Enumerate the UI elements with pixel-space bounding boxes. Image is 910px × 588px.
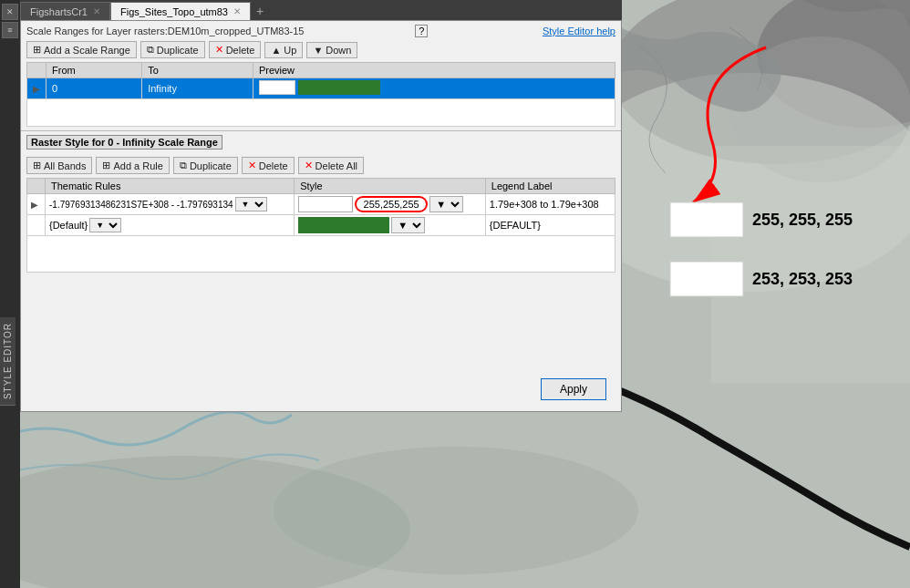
delete-scale-button[interactable]: ✕ Delete [209, 41, 262, 58]
style-value-dropdown-0[interactable]: ▼ [429, 196, 463, 212]
annotation-arrow-svg: 255, 255, 255 253, 253, 253 [620, 20, 910, 366]
tab-figs-charts-label: FigshartsCr1 [30, 6, 88, 17]
all-bands-icon: ⊞ [33, 160, 41, 171]
delete-rule-icon: ✕ [248, 160, 256, 171]
down-scale-button[interactable]: ▼ Down [306, 42, 357, 58]
style-cell-1: ▼ [298, 217, 481, 233]
thematic-legend-text-1: {DEFAULT} [490, 220, 541, 231]
row-to-0: Infinity [142, 78, 253, 99]
delete-scale-icon: ✕ [215, 44, 223, 56]
thematic-col-rules: Thematic Rules [46, 179, 295, 194]
svg-rect-9 [670, 202, 743, 237]
tab-bar: FigshartsCr1 ✕ Figs_Sites_Topo_utm83 ✕ + [20, 0, 622, 20]
thematic-col-arrow [27, 179, 46, 194]
tab-figs-sites-topo-label: Figs_Sites_Topo_utm83 [120, 6, 228, 17]
svg-rect-11 [670, 262, 743, 296]
col-preview-header: Preview [253, 63, 615, 78]
section-header: Scale Ranges for Layer rasters:DEM10m_cr… [26, 25, 615, 37]
preview-green-box [298, 80, 380, 95]
col-from-header: From [47, 63, 142, 78]
duplicate-scale-label: Duplicate [157, 45, 199, 56]
thematic-row-0-rule: -1.79769313486231S7E+308 - -1.797693134 … [46, 194, 295, 215]
thematic-row-0[interactable]: ▶ -1.79769313486231S7E+308 - -1.79769313… [27, 194, 615, 215]
thematic-legend-text-0: 1.79e+308 to 1.79e+308 [490, 199, 599, 210]
tab-figs-sites-topo[interactable]: Figs_Sites_Topo_utm83 ✕ [110, 2, 251, 20]
add-scale-range-icon: ⊞ [33, 44, 41, 56]
down-scale-label: Down [326, 45, 351, 56]
style-value-dropdown-1[interactable]: ▼ [391, 217, 425, 233]
style-editor-help-link[interactable]: Style Editor help [543, 26, 615, 36]
thematic-row-0-style[interactable]: ▼ [295, 194, 486, 215]
preview-white-box [259, 80, 295, 95]
thematic-row-0-legend: 1.79e+308 to 1.79e+308 [485, 194, 615, 215]
tab-figs-charts-close[interactable]: ✕ [93, 6, 100, 16]
raster-style-section: Raster Style for 0 - Infinity Scale Rang… [21, 130, 621, 411]
style-value-input-0[interactable] [355, 196, 428, 212]
tab-add-button[interactable]: + [251, 2, 269, 20]
col-to-header: To [142, 63, 253, 78]
add-scale-range-button[interactable]: ⊞ Add a Scale Range [26, 41, 137, 58]
thematic-row-1-rule: {Default} ▼ [46, 215, 295, 236]
scale-toolbar: ⊞ Add a Scale Range ⧉ Duplicate ✕ Delete… [26, 41, 615, 58]
style-cell-0: ▼ [298, 196, 481, 212]
duplicate-rule-label: Duplicate [190, 160, 232, 171]
duplicate-scale-icon: ⧉ [147, 44, 154, 56]
thematic-col-legend: Legend Label [485, 179, 615, 194]
scale-range-row-empty [27, 99, 615, 127]
apply-button[interactable]: Apply [541, 378, 606, 400]
sidebar-icon-close[interactable]: ✕ [2, 4, 18, 20]
row-from-0: 0 [47, 78, 142, 99]
svg-text:253, 253, 253: 253, 253, 253 [752, 270, 853, 288]
add-rule-label: Add a Rule [113, 160, 162, 171]
delete-rule-button[interactable]: ✕ Delete [242, 157, 295, 174]
duplicate-rule-icon: ⧉ [180, 160, 187, 171]
delete-all-rules-icon: ✕ [305, 160, 313, 171]
svg-text:255, 255, 255: 255, 255, 255 [752, 211, 853, 229]
left-sidebar: ✕ ≡ STYLE EDITOR [0, 0, 20, 588]
tab-figs-sites-topo-close[interactable]: ✕ [233, 6, 241, 16]
all-bands-label: All Bands [44, 160, 86, 171]
thematic-rule-text-0: -1.79769313486231S7E+308 - -1.797693134 [49, 200, 233, 210]
all-bands-button[interactable]: ⊞ All Bands [26, 157, 92, 174]
thematic-rule-dropdown-1[interactable]: ▼ [89, 218, 121, 232]
thematic-row-1-arrow [27, 215, 46, 236]
scale-ranges-section: Scale Ranges for Layer rasters:DEM10m_cr… [21, 21, 621, 130]
help-icon: ? [415, 25, 428, 37]
thematic-row-1-style[interactable]: ▼ [295, 215, 486, 236]
thematic-rules-table: Thematic Rules Style Legend Label ▶ -1.7… [26, 178, 615, 273]
thematic-row-1-legend: {DEFAULT} [485, 215, 615, 236]
tab-figs-charts[interactable]: FigshartsCr1 ✕ [20, 2, 110, 20]
col-arrow-header [27, 63, 47, 78]
add-scale-range-label: Add a Scale Range [44, 45, 130, 56]
add-rule-button[interactable]: ⊞ Add a Rule [96, 157, 169, 174]
up-scale-button[interactable]: ▲ Up [264, 42, 303, 58]
duplicate-rule-button[interactable]: ⧉ Duplicate [173, 157, 238, 174]
thematic-row-empty [27, 236, 615, 273]
scale-range-row-0[interactable]: ▶ 0 Infinity [27, 78, 615, 99]
thematic-row-0-arrow: ▶ [27, 194, 46, 215]
thematic-rule-dropdown-0[interactable]: ▼ [235, 197, 267, 211]
scale-ranges-table: From To Preview ▶ 0 Infinity [26, 62, 615, 127]
row-preview-0 [253, 78, 615, 99]
up-scale-icon: ▲ [271, 45, 281, 56]
layer-title: Scale Ranges for Layer rasters:DEM10m_cr… [26, 26, 304, 36]
delete-all-rules-label: Delete All [315, 160, 357, 171]
raster-section-title: Raster Style for 0 - Infinity Scale Rang… [26, 135, 222, 150]
apply-button-row: Apply [26, 371, 615, 407]
thematic-row-1[interactable]: {Default} ▼ ▼ [27, 215, 615, 236]
default-style-color[interactable] [298, 217, 389, 233]
annotation-area: 255, 255, 255 253, 253, 253 [620, 20, 910, 366]
svg-point-6 [274, 447, 638, 574]
duplicate-scale-button[interactable]: ⧉ Duplicate [140, 41, 205, 58]
thematic-col-style: Style [295, 179, 486, 194]
raster-toolbar: ⊞ All Bands ⊞ Add a Rule ⧉ Duplicate ✕ D… [26, 157, 615, 174]
delete-all-rules-button[interactable]: ✕ Delete All [298, 157, 364, 174]
sidebar-icon-menu[interactable]: ≡ [2, 22, 18, 38]
style-editor-tab-label: STYLE EDITOR [0, 317, 16, 406]
add-rule-icon: ⊞ [102, 160, 110, 171]
up-scale-label: Up [284, 45, 296, 56]
thematic-rule-text-1: {Default} [49, 220, 88, 231]
style-color-preview-0[interactable] [298, 196, 353, 212]
delete-rule-label: Delete [259, 160, 288, 171]
down-scale-icon: ▼ [313, 45, 323, 56]
